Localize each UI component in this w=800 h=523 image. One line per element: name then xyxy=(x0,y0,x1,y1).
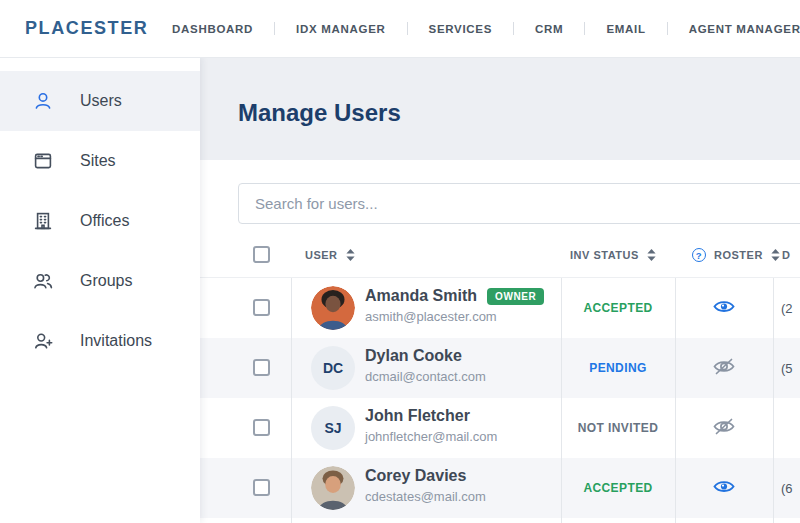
roster-visible-toggle[interactable] xyxy=(675,278,773,338)
row-checkbox[interactable] xyxy=(253,299,270,316)
avatar xyxy=(311,466,355,510)
sort-icon xyxy=(647,249,656,261)
column-divider xyxy=(291,278,292,523)
user-name: John Fletcher xyxy=(365,407,470,425)
eye-icon xyxy=(713,479,735,498)
column-label: ROSTER xyxy=(714,249,763,261)
table-row: DC Dylan Cooke dcmail@contact.com PENDIN… xyxy=(200,338,800,398)
phone-clipped: (2 xyxy=(781,278,793,338)
user-identity: Corey Davies cdestates@mail.com xyxy=(365,467,486,504)
table-row: Amanda Smith OWNER asmith@placester.com … xyxy=(200,278,800,338)
sort-icon xyxy=(771,249,780,261)
owner-badge: OWNER xyxy=(487,288,544,305)
column-header-user[interactable]: USER xyxy=(305,240,355,270)
column-header-clipped: D xyxy=(782,240,790,270)
user-name: Corey Davies xyxy=(365,467,466,485)
top-nav: PLACESTER DASHBOARD IDX MANAGER SERVICES… xyxy=(0,0,800,58)
help-circle-icon[interactable]: ? xyxy=(692,248,706,262)
main-content: Manage Users USER INV STATUS ? ROSTER xyxy=(200,57,800,523)
user-email: asmith@placester.com xyxy=(365,309,544,324)
user-email: dcmail@contact.com xyxy=(365,369,486,384)
app-window: PLACESTER DASHBOARD IDX MANAGER SERVICES… xyxy=(0,0,800,523)
column-label: D xyxy=(782,249,790,261)
user-identity: Amanda Smith OWNER asmith@placester.com xyxy=(365,287,544,324)
column-divider xyxy=(675,278,676,523)
roster-hidden-toggle[interactable] xyxy=(675,398,773,458)
avatar-initials: SJ xyxy=(311,406,355,450)
sidebar-item-label: Users xyxy=(80,92,122,110)
roster-hidden-toggle[interactable] xyxy=(675,338,773,398)
roster-visible-toggle[interactable] xyxy=(675,458,773,518)
row-checkbox[interactable] xyxy=(253,479,270,496)
user-icon xyxy=(33,91,53,111)
column-label: INV STATUS xyxy=(570,249,639,261)
nav-separator xyxy=(513,22,514,35)
person-add-icon xyxy=(33,331,53,351)
nav-item-idx-manager[interactable]: IDX MANAGER xyxy=(296,23,385,35)
avatar xyxy=(311,286,355,330)
user-name: Dylan Cooke xyxy=(365,347,462,365)
nav-separator xyxy=(667,22,668,35)
user-email: cdestates@mail.com xyxy=(365,489,486,504)
sidebar-item-label: Offices xyxy=(80,212,130,230)
table-row: Corey Davies cdestates@mail.com ACCEPTED… xyxy=(200,458,800,518)
sidebar-item-sites[interactable]: Sites xyxy=(0,131,200,191)
search-input[interactable] xyxy=(238,183,800,224)
column-label: USER xyxy=(305,249,338,261)
eye-icon xyxy=(713,299,735,318)
table-body: Amanda Smith OWNER asmith@placester.com … xyxy=(200,277,800,523)
sidebar-item-groups[interactable]: Groups xyxy=(0,251,200,311)
eye-off-icon xyxy=(713,358,735,379)
inv-status-value: ACCEPTED xyxy=(561,458,675,518)
nav-item-crm[interactable]: CRM xyxy=(535,23,563,35)
nav-item-agent-manager[interactable]: AGENT MANAGER xyxy=(689,23,800,35)
column-header-roster[interactable]: ? ROSTER xyxy=(692,240,780,270)
building-icon xyxy=(33,211,53,231)
nav-separator xyxy=(407,22,408,35)
sidebar-item-offices[interactable]: Offices xyxy=(0,191,200,251)
browser-window-icon xyxy=(33,151,53,171)
select-all-checkbox[interactable] xyxy=(253,246,270,263)
phone-clipped: (5 xyxy=(781,338,793,398)
table-header: USER INV STATUS ? ROSTER D xyxy=(200,240,800,270)
inv-status-value: ACCEPTED xyxy=(561,278,675,338)
nav-item-email[interactable]: EMAIL xyxy=(606,23,645,35)
sort-icon xyxy=(346,249,355,261)
column-divider xyxy=(773,278,774,523)
nav-separator xyxy=(274,22,275,35)
sidebar-item-label: Sites xyxy=(80,152,116,170)
user-email: johnfletcher@mail.com xyxy=(365,429,497,444)
table-row: SJ John Fletcher johnfletcher@mail.com N… xyxy=(200,398,800,458)
inv-status-value: NOT INVITED xyxy=(561,398,675,458)
user-identity: Dylan Cooke dcmail@contact.com xyxy=(365,347,486,384)
row-checkbox[interactable] xyxy=(253,419,270,436)
page-title: Manage Users xyxy=(238,99,401,127)
nav-item-dashboard[interactable]: DASHBOARD xyxy=(172,23,253,35)
user-name: Amanda Smith xyxy=(365,287,477,305)
sidebar: Users Sites Offices xyxy=(0,57,200,523)
column-divider xyxy=(561,278,562,523)
nav-separator xyxy=(584,22,585,35)
sidebar-item-users[interactable]: Users xyxy=(0,71,200,131)
people-icon xyxy=(33,271,53,291)
avatar-initials: DC xyxy=(311,346,355,390)
sidebar-item-label: Groups xyxy=(80,272,132,290)
phone-clipped: (6 xyxy=(781,458,793,518)
placester-logo[interactable]: PLACESTER xyxy=(25,0,148,57)
nav-item-services[interactable]: SERVICES xyxy=(429,23,493,35)
inv-status-value: PENDING xyxy=(561,338,675,398)
user-identity: John Fletcher johnfletcher@mail.com xyxy=(365,407,497,444)
top-nav-menu: DASHBOARD IDX MANAGER SERVICES CRM EMAIL… xyxy=(172,0,800,57)
eye-off-icon xyxy=(713,418,735,439)
sidebar-item-label: Invitations xyxy=(80,332,152,350)
sidebar-item-invitations[interactable]: Invitations xyxy=(0,311,200,371)
row-checkbox[interactable] xyxy=(253,359,270,376)
column-header-inv-status[interactable]: INV STATUS xyxy=(570,240,656,270)
